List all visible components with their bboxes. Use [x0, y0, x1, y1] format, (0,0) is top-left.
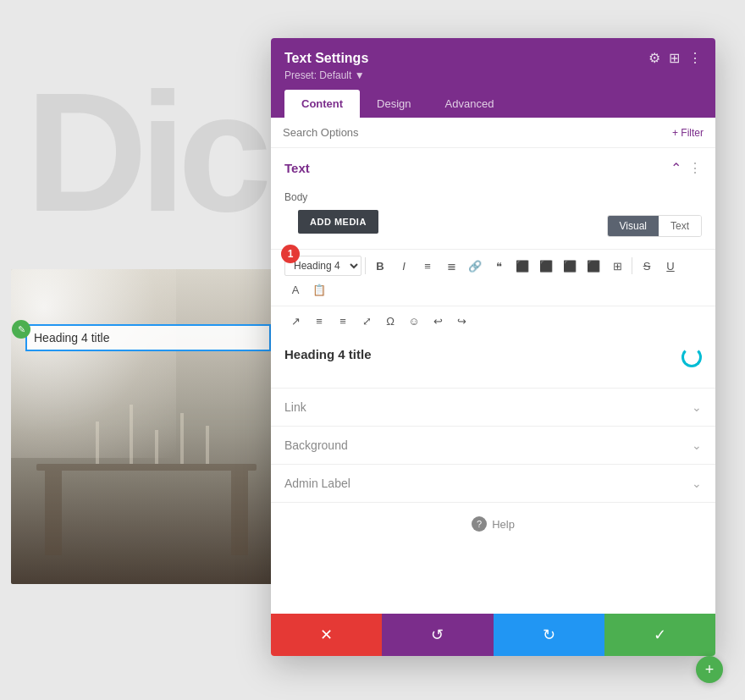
- paste-button[interactable]: 📋: [308, 278, 330, 300]
- undo-button[interactable]: ↺: [382, 614, 493, 656]
- preset-arrow: ▼: [355, 69, 365, 81]
- preset-label: Preset: Default: [284, 69, 351, 81]
- panel-body: Text ⌃ ⋮ Body ADD MEDIA Visual Text Head…: [271, 148, 715, 614]
- editor-content[interactable]: Heading 4 title: [271, 337, 715, 388]
- admin-label-section-title: Admin Label: [284, 477, 350, 490]
- emoji-button[interactable]: ☺: [403, 310, 425, 332]
- more-icon[interactable]: ⋮: [688, 50, 702, 66]
- toolbar-sep2: [632, 257, 632, 274]
- toolbar-sep1: [365, 257, 366, 274]
- tab-content[interactable]: Content: [284, 90, 360, 118]
- settings-icon[interactable]: ⚙: [648, 50, 660, 66]
- svg-rect-5: [155, 430, 158, 464]
- body-label: Body: [271, 188, 715, 210]
- svg-rect-0: [36, 464, 257, 471]
- text-section-title: Text: [284, 161, 310, 175]
- italic-button[interactable]: I: [393, 255, 415, 277]
- text-section: Text ⌃ ⋮ Body ADD MEDIA Visual Text Head…: [271, 148, 715, 389]
- align-right-button[interactable]: ⬛: [559, 255, 581, 277]
- link-button[interactable]: 🔗: [464, 255, 486, 277]
- text-toggle[interactable]: Text: [659, 216, 701, 236]
- svg-rect-7: [206, 426, 209, 464]
- panel-footer: ✕ ↺ ↻ ✓: [271, 614, 715, 656]
- svg-rect-1: [45, 471, 62, 555]
- settings-panel: Text Settings ⚙ ⊞ ⋮ Preset: Default ▼ Co…: [271, 38, 715, 656]
- svg-rect-4: [130, 405, 133, 464]
- unordered-list-button[interactable]: ≡: [417, 255, 439, 277]
- special-char-button[interactable]: Ω: [379, 310, 401, 332]
- columns-icon[interactable]: ⊞: [669, 50, 680, 66]
- underline-button[interactable]: U: [659, 255, 682, 277]
- text-section-header[interactable]: Text ⌃ ⋮: [271, 148, 715, 188]
- save-button[interactable]: ✓: [604, 614, 715, 656]
- link-chevron-icon: ⌄: [692, 400, 702, 414]
- tab-advanced[interactable]: Advanced: [428, 90, 511, 118]
- help-icon: ?: [472, 516, 487, 532]
- filter-label: + Filter: [672, 127, 704, 139]
- heading-text: Heading 4 title: [34, 331, 110, 344]
- admin-label-chevron-icon: ⌄: [692, 477, 702, 490]
- photo-panel: [11, 269, 286, 584]
- outdent-button[interactable]: ≡: [308, 310, 330, 332]
- ordered-list-button[interactable]: ≣: [440, 255, 462, 277]
- rtl-button[interactable]: ≡: [332, 310, 354, 332]
- align-justify-button[interactable]: ⬛: [582, 255, 604, 277]
- floating-add-button[interactable]: +: [696, 656, 723, 683]
- text-color-button[interactable]: A: [284, 278, 306, 300]
- search-bar: + Filter: [271, 118, 715, 148]
- bold-button[interactable]: B: [369, 255, 391, 277]
- help-label: Help: [492, 518, 515, 531]
- filter-button[interactable]: + Filter: [672, 127, 704, 139]
- table-scene: [11, 269, 286, 584]
- background-chevron-icon: ⌄: [692, 438, 702, 452]
- fullscreen-button[interactable]: ⤢: [356, 310, 378, 332]
- admin-label-section[interactable]: Admin Label ⌄: [271, 465, 715, 503]
- indent-button[interactable]: ↗: [284, 310, 306, 332]
- editor-heading-text: Heading 4 title: [284, 347, 702, 361]
- editor-spinner: [682, 347, 702, 367]
- align-left-button[interactable]: ⬛: [511, 255, 533, 277]
- section-more-icon[interactable]: ⋮: [688, 160, 702, 176]
- panel-icons: ⚙ ⊞ ⋮: [648, 50, 702, 66]
- link-section-title: Link: [284, 400, 306, 414]
- undo-editor-button[interactable]: ↩: [427, 310, 449, 332]
- visual-toggle[interactable]: Visual: [608, 216, 659, 236]
- panel-header: Text Settings ⚙ ⊞ ⋮ Preset: Default ▼ Co…: [271, 38, 715, 118]
- table-button[interactable]: ⊞: [606, 255, 628, 277]
- align-center-button[interactable]: ⬛: [535, 255, 557, 277]
- selected-heading-element[interactable]: Heading 4 title: [25, 324, 271, 351]
- svg-rect-3: [96, 422, 99, 464]
- notification-badge: 1: [281, 245, 300, 263]
- svg-rect-2: [231, 471, 248, 555]
- help-row[interactable]: ? Help: [271, 503, 715, 545]
- edit-icon[interactable]: ✎: [12, 320, 30, 339]
- link-section[interactable]: Link ⌄: [271, 389, 715, 427]
- panel-title-row: Text Settings ⚙ ⊞ ⋮: [284, 50, 702, 66]
- editor-toolbar-row2: ↗ ≡ ≡ ⤢ Ω ☺ ↩ ↪: [271, 306, 715, 337]
- watermark-text: Dic: [25, 68, 263, 237]
- background-section-title: Background: [284, 438, 348, 452]
- panel-preset[interactable]: Preset: Default ▼: [284, 69, 702, 81]
- add-media-button[interactable]: ADD MEDIA: [298, 210, 378, 234]
- blockquote-button[interactable]: ❝: [488, 255, 510, 277]
- tab-design[interactable]: Design: [360, 90, 428, 118]
- background-section[interactable]: Background ⌄: [271, 427, 715, 465]
- strikethrough-button[interactable]: S: [636, 255, 658, 277]
- editor-toolbar-row1: Heading 4 Heading 1 Heading 2 Heading 3 …: [271, 249, 715, 306]
- panel-tabs: Content Design Advanced: [284, 90, 702, 118]
- search-input[interactable]: [283, 126, 672, 139]
- svg-rect-6: [180, 413, 184, 464]
- panel-title: Text Settings: [284, 51, 368, 66]
- redo-button[interactable]: ↻: [494, 614, 604, 656]
- cancel-button[interactable]: ✕: [271, 614, 382, 656]
- text-section-actions: ⌃ ⋮: [670, 160, 702, 176]
- collapse-icon[interactable]: ⌃: [670, 160, 682, 176]
- redo-editor-button[interactable]: ↪: [450, 310, 472, 332]
